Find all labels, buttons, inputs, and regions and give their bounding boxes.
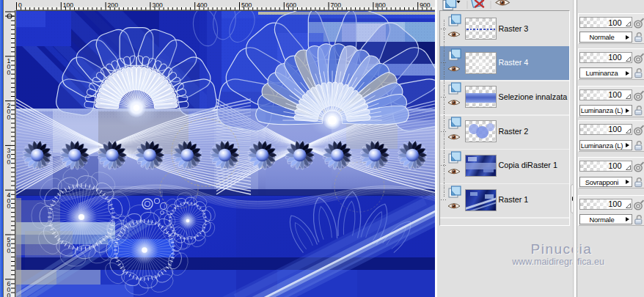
- svg-text:0: 0: [7, 202, 11, 210]
- svg-text:0: 0: [7, 292, 11, 297]
- svg-text:700: 700: [331, 1, 342, 9]
- svg-text:400: 400: [197, 1, 208, 9]
- svg-text:0: 0: [18, 1, 22, 9]
- svg-text:800: 800: [375, 1, 386, 9]
- svg-text:0: 0: [7, 158, 11, 166]
- svg-text:0: 0: [7, 69, 11, 76]
- svg-text:900: 900: [420, 1, 431, 9]
- svg-text:0: 0: [7, 114, 11, 121]
- svg-text:300: 300: [152, 1, 163, 9]
- svg-text:500: 500: [241, 1, 252, 9]
- svg-text:100: 100: [63, 1, 74, 9]
- svg-text:0: 0: [7, 247, 11, 254]
- svg-text:600: 600: [286, 1, 297, 9]
- svg-text:200: 200: [108, 1, 119, 9]
